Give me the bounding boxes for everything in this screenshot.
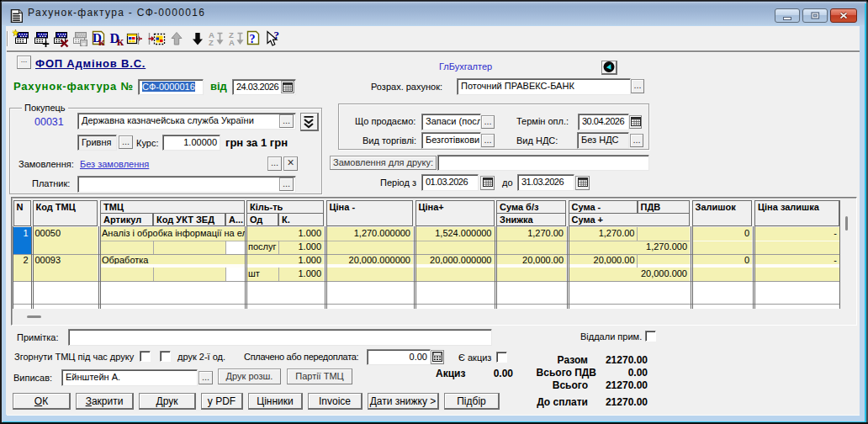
svg-text:к: к [117, 35, 124, 48]
svg-text:Z: Z [209, 38, 214, 47]
svg-text:?: ? [250, 33, 256, 45]
svg-text:A: A [229, 38, 235, 47]
svg-text:?: ? [274, 29, 280, 41]
svg-text:к: к [98, 35, 105, 48]
